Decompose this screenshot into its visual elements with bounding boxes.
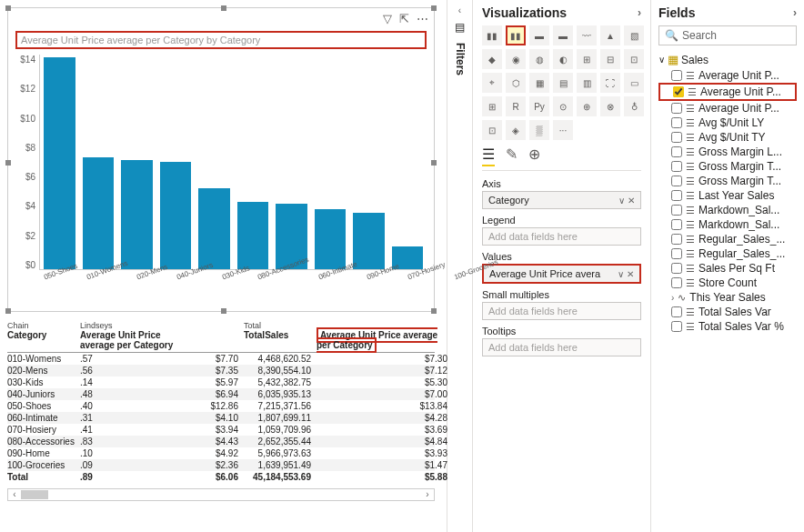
legend-well[interactable]: Add data fields here <box>482 227 641 246</box>
viz-type-icon[interactable]: 〰 <box>577 25 597 45</box>
viz-type-icon[interactable]: ⊡ <box>624 49 644 69</box>
table-row[interactable]: 040-Juniors.48$6.946,035,935.13$7.00 <box>7 388 435 400</box>
viz-type-icon[interactable]: ◍ <box>529 49 549 69</box>
viz-type-icon[interactable]: ⊡ <box>482 120 502 140</box>
field-item[interactable]: ☰Store Count <box>658 276 797 290</box>
viz-type-icon[interactable]: ⊕ <box>577 96 597 116</box>
viz-type-icon[interactable]: ▮▮ <box>506 25 526 45</box>
field-item[interactable]: ☰Gross Margin L... <box>658 145 797 159</box>
field-item[interactable]: ☰Regular_Sales_... <box>658 246 797 261</box>
field-item[interactable]: ☰Average Unit P... <box>658 101 797 115</box>
viz-type-icon[interactable]: ▭ <box>624 73 644 93</box>
viz-type-icon[interactable]: ♁ <box>624 96 644 116</box>
search-input[interactable]: 🔍 Search <box>658 25 797 45</box>
chevron-right-icon[interactable]: › <box>793 6 797 19</box>
viz-type-icon[interactable]: ▒ <box>529 120 549 140</box>
column-header-highlight: Average Unit Price average per Category <box>317 327 437 353</box>
chart-title: Average Unit Price average per Category … <box>15 31 427 49</box>
chart-bar[interactable] <box>121 160 153 269</box>
viz-type-icon[interactable]: Py <box>529 96 549 116</box>
filters-tab[interactable]: Filters <box>454 43 467 75</box>
field-item[interactable]: ☰Last Year Sales <box>658 188 797 203</box>
field-item[interactable]: ☰Sales Per Sq Ft <box>658 261 797 276</box>
field-item[interactable]: ☰Avg $/Unit TY <box>658 130 797 145</box>
field-item[interactable]: ☰Regular_Sales_... <box>658 232 797 246</box>
viz-type-icon[interactable]: ◐ <box>553 49 573 69</box>
tooltips-well[interactable]: Add data fields here <box>482 338 641 356</box>
table-row[interactable]: 100-Groceries.09$2.361,639,951.49$1.47 <box>7 459 435 471</box>
table-row[interactable]: 020-Mens.56$7.358,390,554.10$7.12 <box>7 365 435 376</box>
fields-tab-icon[interactable]: ☰ <box>482 146 495 166</box>
x-axis: 050-Shoes010-Womens020-Mens040-Juniors03… <box>12 270 427 282</box>
chart-bar[interactable] <box>237 202 269 269</box>
data-table: ChainCategory LindseysAverage Unit Price… <box>7 321 435 483</box>
field-item[interactable]: ☰Gross Margin T... <box>658 159 797 174</box>
viz-type-icon[interactable]: ⊞ <box>577 49 597 69</box>
viz-type-icon[interactable]: ⊞ <box>482 96 502 116</box>
field-item[interactable]: ☰Average Unit P... <box>658 68 797 83</box>
viz-type-icon[interactable]: ⌖ <box>482 73 502 93</box>
chart-bar[interactable] <box>315 209 347 269</box>
viz-type-icon[interactable]: ▲ <box>600 25 620 45</box>
focus-icon[interactable]: ⇱ <box>399 12 409 25</box>
bar-chart-visual[interactable]: ▽ ⇱ ⋯ Average Unit Price average per Cat… <box>7 7 435 312</box>
chart-bar[interactable] <box>160 162 192 269</box>
table-icon: ▦ <box>668 53 678 66</box>
chevron-right-icon[interactable]: › <box>638 6 641 19</box>
viz-type-icon[interactable]: ⊗ <box>600 96 620 116</box>
field-item[interactable]: ☰Markdown_Sal... <box>658 203 797 217</box>
viz-type-icon[interactable]: ▧ <box>624 25 644 45</box>
viz-type-icon[interactable]: ⬡ <box>506 73 526 93</box>
table-row[interactable]: 010-Womens.57$7.704,468,620.52$7.30 <box>7 353 435 365</box>
horizontal-scrollbar[interactable]: ‹› <box>7 488 435 501</box>
field-item[interactable]: ☰Markdown_Sal... <box>658 217 797 232</box>
fields-panel: Fields› 🔍 Search ∨▦Sales ☰Average Unit P… <box>651 0 804 532</box>
chart-bar[interactable] <box>198 188 230 269</box>
report-canvas: ▽ ⇱ ⋯ Average Unit Price average per Cat… <box>0 0 447 532</box>
format-tab-icon[interactable]: ✎ <box>506 146 518 166</box>
viz-type-icon[interactable]: ◆ <box>482 49 502 69</box>
visualization-type-grid: ▮▮▮▮▬▬〰▲▧◆◉◍◐⊞⊟⊡⌖⬡▦▤▥⛶▭⊞RPy⊙⊕⊗♁⊡◈▒··· <box>482 25 641 140</box>
viz-type-icon[interactable]: R <box>506 96 526 116</box>
viz-type-icon[interactable]: ⛶ <box>600 73 620 93</box>
field-item[interactable]: ☰Avg $/Unit LY <box>658 115 797 130</box>
viz-type-icon[interactable]: ▬ <box>529 25 549 45</box>
viz-type-icon[interactable]: ▬ <box>553 25 573 45</box>
analytics-tab-icon[interactable]: ⊕ <box>528 146 540 166</box>
table-row[interactable]: 080-Accessories.83$4.432,652,355.44$4.84 <box>7 436 435 447</box>
viz-more-icon[interactable]: ··· <box>553 120 573 140</box>
table-row[interactable]: 090-Home.10$4.925,966,973.63$3.93 <box>7 447 435 459</box>
table-row[interactable]: 060-Intimate.31$4.101,807,699.11$4.28 <box>7 412 435 424</box>
viz-type-icon[interactable]: ◉ <box>506 49 526 69</box>
viz-type-icon[interactable]: ◈ <box>506 120 526 140</box>
viz-type-icon[interactable]: ⊟ <box>600 49 620 69</box>
chevron-left-icon[interactable]: ‹ <box>458 5 461 15</box>
more-icon[interactable]: ⋯ <box>417 12 428 25</box>
y-axis: $14$12$10$8$6$4$2$0 <box>12 55 39 270</box>
table-row[interactable]: 030-Kids.14$5.975,432,382.75$5.30 <box>7 376 435 388</box>
small-multiples-well[interactable]: Add data fields here <box>482 302 641 320</box>
chart-bar[interactable] <box>83 157 115 269</box>
layers-icon[interactable]: ▤ <box>455 21 465 34</box>
chart-plot-area: $14$12$10$8$6$4$2$0 050-Shoes010-Womens0… <box>8 51 434 274</box>
chart-bar[interactable] <box>44 57 75 269</box>
chart-bar[interactable] <box>353 213 385 269</box>
search-icon: 🔍 <box>665 29 678 42</box>
field-item[interactable]: ☰Total Sales Var <box>658 305 797 319</box>
viz-type-icon[interactable]: ▤ <box>553 73 573 93</box>
viz-type-icon[interactable]: ▮▮ <box>482 25 502 45</box>
visualizations-panel: Visualizations› ▮▮▮▮▬▬〰▲▧◆◉◍◐⊞⊟⊡⌖⬡▦▤▥⛶▭⊞… <box>473 0 651 532</box>
field-item[interactable]: ☰Average Unit P... <box>658 83 797 101</box>
table-row[interactable]: 070-Hosiery.41$3.941,059,709.96$3.69 <box>7 424 435 436</box>
viz-type-icon[interactable]: ▦ <box>529 73 549 93</box>
field-item[interactable]: ☰Gross Margin T... <box>658 174 797 188</box>
table-node-sales[interactable]: ∨▦Sales <box>658 51 797 68</box>
viz-type-icon[interactable]: ⊙ <box>553 96 573 116</box>
filter-icon[interactable]: ▽ <box>383 12 392 25</box>
axis-well[interactable]: Category∨ ✕ <box>482 191 641 209</box>
viz-type-icon[interactable]: ▥ <box>577 73 597 93</box>
field-item[interactable]: ☰Total Sales Var % <box>658 319 797 334</box>
values-well[interactable]: Average Unit Price avera∨ ✕ <box>482 264 641 284</box>
field-item[interactable]: ›∿This Year Sales <box>658 290 797 305</box>
table-row[interactable]: 050-Shoes.40$12.867,215,371.56$13.84 <box>7 400 435 412</box>
